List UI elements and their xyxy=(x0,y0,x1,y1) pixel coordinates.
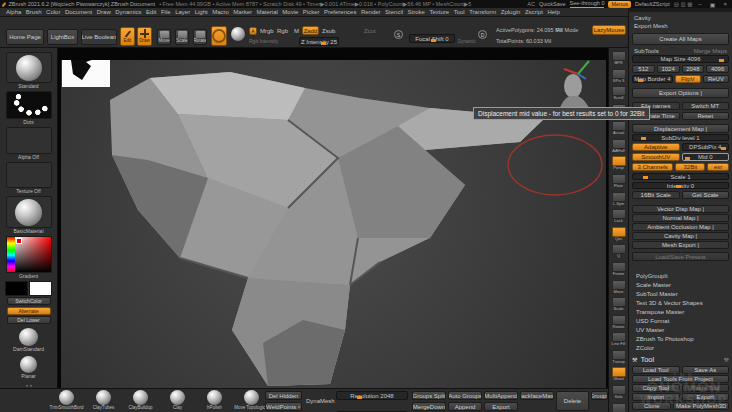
alpha-thumbnail[interactable] xyxy=(6,127,52,154)
live-boolean-button[interactable]: Live Boolean xyxy=(81,29,117,45)
shelf-icon[interactable]: Lock xyxy=(610,208,627,224)
intensity-slider[interactable]: Intensity 0 xyxy=(632,182,729,189)
flipv-toggle[interactable]: FlipV xyxy=(675,75,701,83)
zsub-toggle[interactable]: Zsub xyxy=(322,28,335,34)
export-tool-button[interactable]: Export xyxy=(682,393,730,401)
shelf-icon[interactable]: Scroll xyxy=(610,85,627,101)
groups-button[interactable]: Groups xyxy=(591,391,608,400)
slider-handle[interactable] xyxy=(431,39,436,42)
menu-item[interactable]: Brush xyxy=(26,9,42,15)
mrgb-toggle[interactable]: Mrgb xyxy=(260,28,274,34)
lazymouse-button[interactable]: LazyMouse xyxy=(592,25,626,35)
export-options-button[interactable]: Export Options | xyxy=(632,88,729,98)
menu-item[interactable]: File xyxy=(161,9,171,15)
menu-item[interactable]: Color xyxy=(46,9,60,15)
map-size-preset-button[interactable]: 4096 xyxy=(706,65,729,73)
shelf-icon[interactable]: Line Fill xyxy=(610,331,627,347)
map-size-preset-button[interactable]: 2048 xyxy=(682,65,705,73)
shelf-icon[interactable]: Frame xyxy=(610,261,627,277)
vector-disp-map-button[interactable]: Vector Disp Map | xyxy=(632,205,729,213)
menu-item[interactable]: Zscript xyxy=(525,9,543,15)
menu-item[interactable]: Layer xyxy=(175,9,190,15)
subdiv-level-slider[interactable]: SubDiv level 1 xyxy=(632,134,729,141)
shelf-icon[interactable]: Actual xyxy=(610,120,627,136)
menu-item[interactable]: Macro xyxy=(212,9,229,15)
auto-groups-button[interactable]: Auto Groups xyxy=(448,391,482,400)
color-picker[interactable] xyxy=(6,236,52,273)
draw-button[interactable]: Draw xyxy=(137,27,152,46)
dynamic-label[interactable]: Dynamic xyxy=(458,40,476,45)
del-lower-button[interactable]: Del Lower xyxy=(7,316,51,324)
lightbox-button[interactable]: LightBox xyxy=(47,29,78,45)
secondary-color-swatch[interactable] xyxy=(29,281,52,296)
menu-item[interactable]: Dynamics xyxy=(115,9,141,15)
load-tools-from-project-button[interactable]: Load Tools From Project xyxy=(632,375,729,383)
d-badge[interactable]: D xyxy=(478,30,487,39)
del-hidden-button[interactable]: Del Hidden xyxy=(265,391,302,400)
shelf-icon[interactable]: Solo xyxy=(610,384,627,400)
clone-button[interactable]: Clone xyxy=(632,402,671,410)
rgb-toggle[interactable]: Rgb xyxy=(277,28,288,34)
slider-handle[interactable] xyxy=(638,79,643,82)
main-color-swatch[interactable] xyxy=(5,281,28,296)
saturation-square[interactable] xyxy=(15,237,51,272)
zplugin-item[interactable]: UV Master xyxy=(632,325,729,334)
close-icon[interactable]: × xyxy=(297,404,301,410)
edit-button[interactable]: Edit xyxy=(120,27,135,46)
menu-item[interactable]: Material xyxy=(257,9,278,15)
dynamesh-label[interactable]: DynaMesh xyxy=(306,398,335,404)
menu-item[interactable]: Render xyxy=(361,9,381,15)
append-button[interactable]: Append xyxy=(448,402,482,411)
export-button[interactable]: Export xyxy=(484,402,518,411)
gear-icon[interactable]: ⚒ xyxy=(724,356,729,363)
bit32-toggle[interactable]: 32Bit xyxy=(675,163,705,171)
exr-toggle[interactable]: exr xyxy=(707,163,729,171)
slider-handle[interactable] xyxy=(685,157,690,160)
weld-points-button[interactable]: WeldPoints × xyxy=(265,402,302,411)
merge-maps-label[interactable]: Merge Maps xyxy=(692,47,729,55)
s-badge[interactable]: S xyxy=(394,30,403,39)
paint-sphere-icon[interactable] xyxy=(231,27,245,41)
current-brush-thumbnail[interactable] xyxy=(6,52,52,83)
z-intensity-slider[interactable]: Z Intensity 25 xyxy=(299,37,339,46)
ambient-occlusion-map-button[interactable]: Ambient Occlusion Map | xyxy=(632,223,729,231)
material-thumbnail[interactable] xyxy=(6,196,52,227)
default-zscript-button[interactable]: DefaultZScript xyxy=(635,1,670,7)
switch-color-button[interactable]: SwitchColor xyxy=(7,297,51,305)
minimize-button[interactable]: – xyxy=(696,1,703,7)
brush-thumbnail[interactable]: ClayBuildup xyxy=(122,390,159,410)
brush-thumbnail[interactable]: TrimSmoothBord xyxy=(48,390,85,410)
export-mesh-menu-item[interactable]: Export Mesh xyxy=(632,22,729,30)
shelf-icon[interactable]: Rotate xyxy=(610,314,627,330)
focal-shift-slider[interactable]: Focal Shift 0 xyxy=(409,34,455,43)
menu-item[interactable]: Zplugin xyxy=(501,9,521,15)
current-brush-button[interactable] xyxy=(211,26,227,46)
cavity-map-button[interactable]: Cavity Map | xyxy=(632,232,729,240)
menu-item[interactable]: Transform xyxy=(469,9,496,15)
displacement-map-button[interactable]: Displacement Map | xyxy=(632,124,729,133)
rgb-intensity-slider[interactable]: Rgb Intensity xyxy=(249,38,278,44)
a-toggle[interactable]: A xyxy=(249,27,257,35)
home-page-button[interactable]: Home Page xyxy=(6,29,44,45)
save-as-button[interactable]: Save As xyxy=(682,366,730,374)
tool-palette-header[interactable]: ⚒ Tool ⚒ xyxy=(632,355,729,364)
damstandard-brush-icon[interactable] xyxy=(19,328,38,347)
make-polymesh3d-button[interactable]: Make PolyMesh3D xyxy=(673,402,729,410)
layout-icons[interactable]: ▤ ▥ ▦ xyxy=(674,1,693,7)
bit16-scale-button[interactable]: 16Bit Scale xyxy=(632,191,680,199)
shelf-icon[interactable]: Floor xyxy=(610,173,627,189)
shelf-icon[interactable]: Qzv xyxy=(610,226,627,242)
mid-slider[interactable]: Mid 0 xyxy=(682,153,730,161)
document-canvas[interactable]: Displacement mid value - for best result… xyxy=(58,48,608,388)
map-size-preset-button[interactable]: 512 xyxy=(632,65,655,73)
multi-append-button[interactable]: MultiAppend xyxy=(484,391,518,400)
load-save-presets-button[interactable]: Load/Save Presets xyxy=(632,252,729,261)
switch-mt-button[interactable]: Switch MT xyxy=(682,102,730,110)
zadd-toggle[interactable]: Zadd xyxy=(302,26,319,35)
cavity-menu-item[interactable]: Cavity xyxy=(632,14,729,22)
shelf-icon[interactable]: Move xyxy=(610,279,627,295)
see-through-slider[interactable]: See-through 0 xyxy=(570,0,605,8)
zplugin-item[interactable]: Transpose Master xyxy=(632,307,729,316)
map-size-slider[interactable]: Map Size 4096 xyxy=(632,55,729,63)
shelf-icon[interactable]: Q xyxy=(610,243,627,259)
